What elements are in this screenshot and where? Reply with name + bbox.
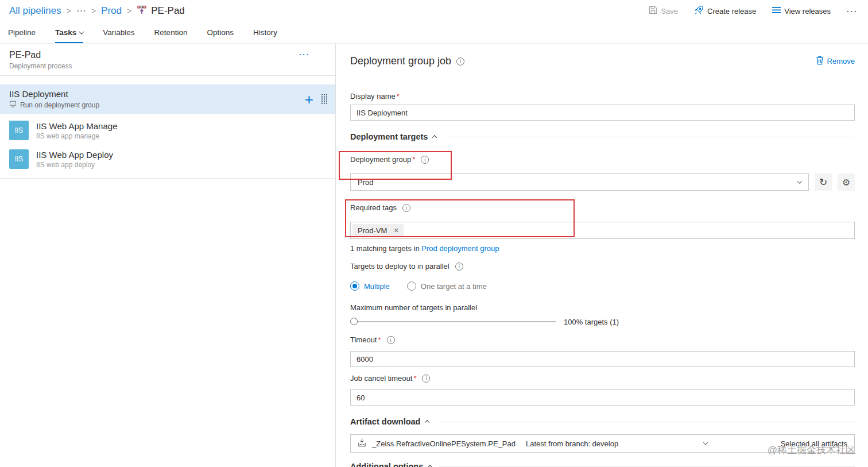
process-more-button[interactable]: ··· (299, 50, 310, 59)
breadcrumb-collapsed[interactable]: ··· (76, 5, 86, 17)
display-name-label: Display name* (350, 92, 855, 101)
task-row-iis-web-app-manage[interactable]: IIS IIS Web App Manage IIS web app manag… (0, 116, 335, 145)
drag-handle-icon[interactable] (321, 94, 327, 104)
tab-tasks[interactable]: Tasks (55, 22, 83, 43)
tab-label: Tasks (55, 28, 76, 37)
tag-label: Prod-VM (358, 226, 387, 235)
pane-title-row: Deployment group job (350, 55, 464, 67)
radio-one-target-at-a-time[interactable]: One target at a time (407, 281, 487, 291)
deployment-group-link[interactable]: Prod deployment group (421, 244, 499, 253)
artifact-download-row[interactable]: _Zeiss.RefractiveOnlinePESystem.PE_Pad L… (350, 434, 855, 453)
rocket-icon (694, 5, 704, 17)
job-subtitle: Run on deployment group (20, 101, 99, 109)
view-releases-button[interactable]: View releases (772, 6, 831, 16)
artifact-selected-label: Selected all artifacts (781, 439, 847, 448)
info-icon[interactable] (455, 263, 463, 271)
artifact-download-section-header[interactable]: Artifact download (350, 417, 855, 426)
header-more-button[interactable]: ··· (847, 7, 858, 16)
deployment-group-select[interactable]: Prod (350, 173, 809, 191)
tab-label: Pipeline (8, 28, 36, 37)
radio-label: One target at a time (421, 282, 487, 291)
section-divider (436, 422, 855, 422)
top-bar: All pipelines ··· Prod PE-Pad (0, 0, 868, 22)
breadcrumb-all-pipelines[interactable]: All pipelines (9, 5, 61, 17)
save-button[interactable]: Save (649, 6, 678, 16)
process-title: PE-Pad (9, 50, 72, 60)
max-targets-label: Maximum number of targets in parallel (350, 303, 855, 312)
info-icon[interactable] (402, 204, 410, 212)
breadcrumb-prod[interactable]: Prod (101, 5, 122, 17)
section-title: Artifact download (350, 417, 420, 426)
slider-handle[interactable] (350, 318, 358, 325)
iis-task-icon: IIS (9, 149, 29, 169)
task-title: IIS Web App Manage (36, 121, 117, 131)
chevron-down-icon[interactable] (703, 440, 708, 445)
page-title: PE-Pad (151, 5, 185, 17)
artifact-branch-version: Latest from branch: develop (526, 439, 698, 448)
save-icon (649, 6, 657, 16)
tab-variables[interactable]: Variables (103, 22, 134, 43)
task-subtitle: IIS web app manage (36, 132, 117, 140)
required-tags-input[interactable]: Prod-VM (350, 222, 855, 239)
create-release-button[interactable]: Create release (694, 5, 756, 17)
breadcrumb: All pipelines ··· Prod PE-Pad (9, 5, 185, 18)
tag-chip: Prod-VM (352, 224, 404, 237)
section-divider (444, 137, 855, 137)
refresh-button[interactable] (815, 173, 832, 191)
tab-label: History (253, 28, 277, 37)
task-subtitle: IIS web app deploy (36, 161, 113, 169)
tab-label: Options (207, 28, 234, 37)
display-name-input[interactable] (350, 105, 855, 121)
remove-tag-icon[interactable] (394, 226, 398, 234)
remove-button[interactable]: Remove (816, 56, 855, 67)
deployment-group-field: Deployment group* Prod (350, 155, 855, 191)
task-row-iis-web-app-deploy[interactable]: IIS IIS Web App Deploy IIS web app deplo… (0, 145, 335, 173)
refresh-icon (819, 176, 827, 188)
artifact-download-icon (358, 438, 366, 449)
timeout-input[interactable] (350, 351, 855, 367)
task-list: IIS IIS Web App Manage IIS web app manag… (0, 114, 335, 179)
breadcrumb-separator (127, 6, 131, 16)
deployment-targets-section-header[interactable]: Deployment targets (350, 132, 855, 141)
info-icon[interactable] (456, 57, 464, 65)
tab-options[interactable]: Options (207, 22, 234, 43)
header-commands: Save Create release View releases (649, 5, 858, 17)
process-pane: PE-Pad Deployment process ··· IIS Deploy… (0, 44, 336, 467)
job-cancel-timeout-input[interactable] (350, 389, 855, 406)
matching-targets-line: 1 matching targets in Prod deployment gr… (350, 244, 855, 253)
max-targets-slider[interactable] (350, 317, 556, 326)
iis-task-icon: IIS (9, 121, 29, 140)
info-icon[interactable] (422, 375, 430, 383)
manage-gear-button[interactable] (838, 173, 855, 191)
breadcrumb-separator (67, 6, 71, 16)
info-icon[interactable] (421, 156, 429, 164)
tab-label: Variables (103, 28, 134, 37)
gear-icon (842, 177, 850, 188)
save-label: Save (661, 7, 678, 16)
deployment-group-label: Deployment group* (350, 155, 855, 164)
section-divider (439, 466, 855, 467)
tab-retention[interactable]: Retention (154, 22, 188, 43)
required-tags-label: Required tags (350, 203, 855, 212)
tab-history[interactable]: History (253, 22, 277, 43)
info-icon[interactable] (387, 336, 395, 344)
collapse-icon (432, 135, 437, 140)
job-settings-pane: Deployment group job Remove Display name… (336, 44, 868, 467)
main-content: PE-Pad Deployment process ··· IIS Deploy… (0, 44, 868, 467)
trash-icon (816, 56, 824, 67)
deployment-group-value: Prod (358, 178, 373, 187)
release-pipeline-icon (137, 5, 147, 18)
job-cancel-timeout-label: Job cancel timeout* (350, 374, 855, 383)
tab-bar: Pipeline Tasks Variables Retention Optio… (0, 22, 868, 44)
tab-label: Retention (154, 28, 188, 37)
collapse-icon (428, 465, 432, 467)
deployment-group-job-row[interactable]: IIS Deployment Run on deployment group + (0, 84, 335, 114)
add-task-button[interactable]: + (305, 94, 313, 105)
parallel-label: Targets to deploy to in parallel (350, 262, 855, 271)
tab-pipeline[interactable]: Pipeline (8, 22, 36, 43)
additional-options-section-header[interactable]: Additional options (350, 462, 855, 467)
radio-multiple[interactable]: Multiple (350, 281, 390, 291)
artifact-name: _Zeiss.RefractiveOnlinePESystem.PE_Pad (372, 439, 520, 448)
chevron-down-icon (797, 179, 802, 183)
radio-icon (407, 281, 416, 291)
